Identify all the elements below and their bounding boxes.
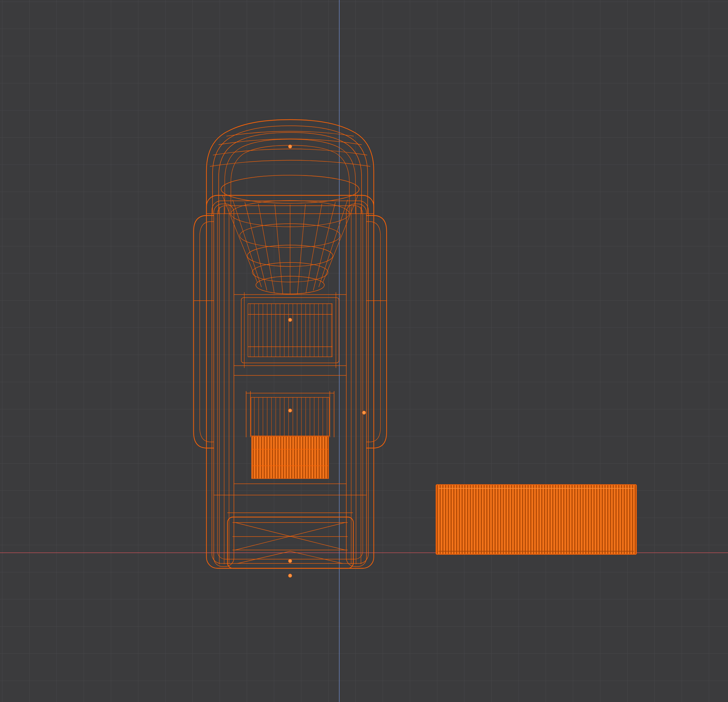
- origin-dot: [288, 559, 292, 563]
- origin-dot: [362, 411, 366, 415]
- subdivided-slab-object[interactable]: [436, 485, 636, 554]
- truck-engine-block: [246, 391, 334, 479]
- origin-dot: [288, 574, 292, 578]
- origin-dot: [288, 409, 292, 412]
- truck-wireframe-object[interactable]: [194, 120, 387, 568]
- origin-dot: [288, 318, 292, 322]
- truck-grille: [241, 293, 339, 368]
- truck-windshield-funnel: [221, 175, 359, 294]
- truck-cab-dome: [207, 120, 374, 214]
- viewport-3d[interactable]: [0, 0, 728, 702]
- scene-layer: [0, 0, 728, 702]
- origin-dot: [288, 145, 292, 148]
